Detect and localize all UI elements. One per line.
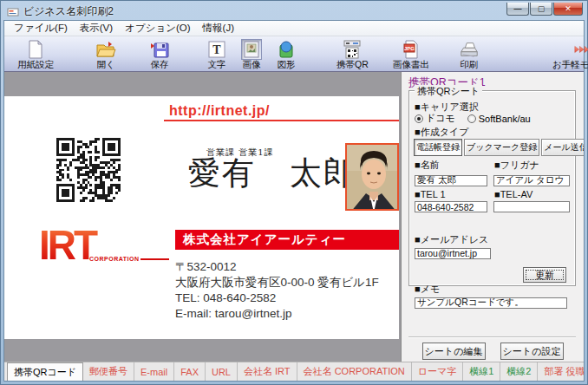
print-icon [459,39,480,60]
app-icon [7,6,19,18]
toolbar-button-label: 画像 [243,59,261,71]
window-controls: —▢✕ [506,3,583,16]
company-logo[interactable]: IRT CORPORATION [39,226,169,262]
maximize-button[interactable]: ▢ [530,3,552,16]
close-button[interactable]: ✕ [553,3,583,16]
company-name-banner[interactable]: 株式会社アイアールティー [175,230,399,250]
portrait-photo[interactable] [345,143,399,211]
portrait-photo-image [347,145,399,211]
card-address-line: 大阪府大阪市愛有区0-00-0 愛有ビル1F [175,275,379,290]
create-type-label: ■作成タイプ [415,126,468,139]
text-icon: T [206,39,227,60]
business-card-preview[interactable]: http://irtnet.jp/ 営業課 営業1課 愛有 太郎 [4,96,399,339]
qr-field-grid: ■名前 ■フリガナ ■TEL 1 ■TEL-AV [415,159,570,310]
sheet-tab-0[interactable]: 携帯QRコード [7,362,83,381]
sheet-tab-5[interactable]: 会社名 IRT [238,362,297,381]
memo-input[interactable] [415,297,567,309]
menu-item-3[interactable]: 情報(J) [197,20,240,36]
open-folder-icon [95,39,116,60]
easy-mode-icon [574,39,588,60]
toolbar-button-label: 文字 [208,59,226,71]
toolbar: 用紙設定開く保存T文字画像図形携帯QRJPG画像書出印刷お手軽モードへ [4,36,584,72]
create-type-button-1[interactable]: ブックマーク登録 [464,139,539,156]
menu-bar: ファイル(F)表示(V)オプション(O)情報(J) [4,21,584,36]
toolbar-button-7[interactable]: JPG画像書出 [390,38,432,72]
toolbar-button-label: 印刷 [460,59,478,71]
kana-input[interactable] [493,175,570,186]
sheet-tab-6[interactable]: 会社名 CORPORATION [297,362,412,381]
toolbar-button-9[interactable]: お手軽モードへ [550,38,588,72]
memo-label: ■メモ [415,283,440,296]
menu-item-0[interactable]: ファイル(F) [8,20,74,36]
tel1-input[interactable] [415,201,487,212]
image-icon [241,39,262,60]
toolbar-button-8[interactable]: 印刷 [456,38,482,72]
sheet-edit-button[interactable]: シートの編集 [422,343,486,360]
toolbar-button-label: 開く [96,59,114,71]
kana-label: ■フリガナ [494,159,570,172]
name-input[interactable] [415,175,487,186]
svg-text:JPG: JPG [404,46,415,51]
qr-code-image[interactable] [56,138,121,202]
minimize-button[interactable]: — [506,3,529,16]
toolbar-button-label: お手軽モードへ [552,59,588,71]
toolbar-button-4[interactable]: 画像 [238,38,265,72]
card-person-name[interactable]: 愛有 太郎 [188,152,357,195]
mail-input[interactable] [415,248,491,259]
sheet-tab-3[interactable]: FAX [174,362,206,381]
qr-sheet-group-caption: 携帯QRシート [415,85,482,98]
card-address-block[interactable]: 〒532-0012 大阪府大阪市愛有区0-00-0 愛有ビル1F TEL: 04… [175,259,379,322]
radio-icon [415,114,423,123]
toolbar-button-label: 用紙設定 [17,59,54,71]
sheet-tab-bar: 携帯QRコード郵便番号E-mailFAXURL会社名 IRT会社名 CORPOR… [4,362,584,381]
menu-item-1[interactable]: 表示(V) [74,20,119,36]
card-url-text[interactable]: http://irtnet.jp/ [169,103,270,119]
card-workspace[interactable]: http://irtnet.jp/ 営業課 営業1課 愛有 太郎 [4,72,401,362]
sheet-tab-7[interactable]: ローマ字 [412,362,464,381]
tel1-label: ■TEL 1 [415,189,494,199]
company-logo-text: IRT [39,225,169,264]
carrier-radio-1[interactable]: SoftBank/au [467,114,531,124]
toolbar-button-label: 図形 [278,59,296,71]
save-icon [149,39,170,60]
telav-input[interactable] [493,201,570,212]
main-area: http://irtnet.jp/ 営業課 営業1課 愛有 太郎 [4,72,584,362]
card-tel-line: TEL: 048-640-2582 [175,290,379,306]
update-button[interactable]: 更新 [523,267,566,283]
toolbar-button-5[interactable]: 図形 [273,38,299,72]
create-type-buttons: 電話帳登録ブックマーク登録メール送信文字列 [414,139,572,156]
app-window: ビジネス名刺印刷2 —▢✕ ファイル(F)表示(V)オプション(O)情報(J) … [0,0,588,385]
toolbar-button-6[interactable]: 携帯QR [334,38,371,72]
sheet-tab-1[interactable]: 郵便番号 [83,362,134,381]
sheet-settings-button[interactable]: シートの設定 [500,343,564,360]
toolbar-button-label: 画像書出 [393,59,429,71]
svg-text:T: T [212,43,221,56]
toolbar-button-2[interactable]: 保存 [147,38,173,72]
maximize-button-icon: ▢ [538,5,546,13]
mobile-qr-icon [342,39,363,60]
shape-icon [276,39,297,60]
sheet-buttons-row: シートの編集 シートの設定 [402,343,584,360]
qr-side-panel: 携帯QRコード1 携帯QRシート ■キャリア選択 ドコモSoftBank/au … [401,72,584,362]
card-postal-code: 〒532-0012 [175,259,379,275]
sheet-tab-9[interactable]: 横線2 [500,362,538,381]
window-title: ビジネス名刺印刷2 [23,4,114,19]
toolbar-button-3[interactable]: T文字 [204,38,230,72]
sheet-tab-8[interactable]: 横線1 [463,362,500,381]
toolbar-button-label: 保存 [151,59,169,71]
sheet-tab-10[interactable]: 部署 役職 [538,362,584,381]
minimize-button-icon: — [514,5,522,13]
sheet-tab-2[interactable]: E-mail [134,362,174,381]
carrier-radio-label: SoftBank/au [479,114,531,124]
radio-icon [467,114,476,123]
carrier-radio-0[interactable]: ドコモ [415,112,455,125]
create-type-button-0[interactable]: 電話帳登録 [414,139,462,156]
sheet-tab-4[interactable]: URL [206,362,238,381]
paper-setup-icon [25,39,46,60]
create-type-button-2[interactable]: メール送信 [541,139,584,156]
menu-item-2[interactable]: オプション(O) [119,20,196,36]
toolbar-button-0[interactable]: 用紙設定 [15,38,56,72]
telav-label: ■TEL-AV [494,189,570,199]
close-button-icon: ✕ [565,5,572,13]
toolbar-button-1[interactable]: 開く [93,38,119,72]
